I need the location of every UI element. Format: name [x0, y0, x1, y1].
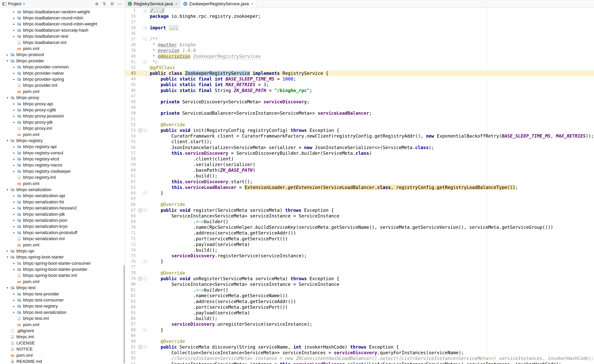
locate-file-icon[interactable]: ⊕	[94, 1, 100, 7]
code-text[interactable]: public void unRegister(ServiceMeta servi…	[150, 276, 339, 282]
line-number[interactable]: 43	[125, 71, 137, 76]
line-number[interactable]: 78	[125, 270, 137, 276]
tree-item[interactable]: ▸bhrpc-provider-spring	[0, 76, 125, 82]
tree-item[interactable]: ▸bhrpc-proxy-api	[0, 101, 125, 107]
tree-item[interactable]: ▸bhrpc-proxy-cglib	[0, 107, 125, 113]
line-number[interactable]: 69	[125, 219, 137, 225]
code-line[interactable]: 1+/.../	[125, 8, 594, 13]
tree-item[interactable]: mpom.xml	[0, 279, 125, 285]
line-number[interactable]: 70	[125, 225, 137, 230]
tree-item[interactable]: ▸bhrpc-serialization-hessian2	[0, 205, 125, 211]
tree-item[interactable]: ▸bhrpc-serialization-protostuff	[0, 230, 125, 236]
chevron-collapsed-icon[interactable]: ▸	[11, 22, 17, 26]
code-line[interactable]: 41− */	[125, 59, 594, 65]
code-text[interactable]: /.../	[150, 8, 165, 13]
fold-collapse-icon[interactable]: −	[143, 345, 147, 349]
code-text[interactable]: public ServiceMeta discovery(String serv…	[150, 344, 399, 350]
code-line[interactable]: 17	[125, 19, 594, 25]
code-line[interactable]: 40 * @description ZookeeperRegistryServi…	[125, 53, 594, 59]
code-line[interactable]: 61 .build();	[125, 173, 594, 179]
line-number[interactable]: 88	[125, 327, 137, 333]
override-method-icon[interactable]: ↑	[138, 277, 142, 281]
tree-item[interactable]: bhrpc.iml	[0, 334, 125, 340]
code-text[interactable]: .build();	[150, 173, 217, 179]
code-text[interactable]: }	[150, 190, 163, 196]
tab-close-icon[interactable]: ×	[175, 1, 177, 6]
chevron-collapsed-icon[interactable]: ▸	[11, 267, 17, 271]
code-line[interactable]: 75 serviceDiscovery.registerService(serv…	[125, 253, 594, 259]
code-text[interactable]: this.serviceDiscovery.start();	[150, 179, 253, 185]
chevron-collapsed-icon[interactable]: ▸	[11, 65, 17, 69]
chevron-collapsed-icon[interactable]: ▸	[5, 53, 10, 57]
code-line[interactable]: 64− }	[125, 190, 594, 196]
code-line[interactable]: 73 .payload(serviceMeta)	[125, 242, 594, 247]
line-number[interactable]: 81	[125, 287, 137, 293]
tree-item[interactable]: ▸bhrpc-protocol	[0, 52, 125, 58]
code-line[interactable]: 76− }	[125, 259, 594, 264]
line-number[interactable]: 71	[125, 230, 137, 236]
tree-item[interactable]: ▸bhrpc-test-provider	[0, 291, 125, 297]
line-number[interactable]: 59	[125, 162, 137, 167]
line-number[interactable]: 85	[125, 310, 137, 316]
chevron-collapsed-icon[interactable]: ▸	[11, 114, 17, 118]
chevron-collapsed-icon[interactable]: ▸	[11, 151, 17, 155]
tree-item[interactable]: ▸bhrpc-serialization-api	[0, 193, 125, 199]
chevron-collapsed-icon[interactable]: ▸	[11, 298, 17, 302]
tree-item[interactable]: ▸bhrpc-serialization-kryo	[0, 224, 125, 230]
code-line[interactable]: 94 ServiceInstance<ServiceMeta> instance…	[125, 361, 594, 364]
line-number[interactable]: 80	[125, 282, 137, 287]
override-method-icon[interactable]: ↑	[138, 128, 142, 132]
code-text[interactable]: this.serviceDiscovery = ServiceDiscovery…	[150, 151, 372, 156]
line-number[interactable]: 50	[125, 110, 137, 116]
code-text[interactable]: @Override	[150, 122, 185, 128]
code-editor[interactable]: 1+/.../16package io.binghe.rpc.registry.…	[125, 8, 594, 364]
code-line[interactable]: 42@PIClass	[125, 65, 594, 71]
code-line[interactable]: 86 .build();	[125, 316, 594, 321]
code-line[interactable]: 70 .name(RpcServiceHelper.buildServiceKe…	[125, 225, 594, 230]
code-text[interactable]: .<~>builder()	[150, 287, 228, 293]
code-text[interactable]: ServiceInstance<ServiceMeta> instance = …	[150, 361, 561, 364]
code-line[interactable]: 52 @Override	[125, 122, 594, 128]
chevron-collapsed-icon[interactable]: ▸	[5, 249, 10, 253]
collapse-all-icon[interactable]: ⇅	[101, 1, 107, 7]
code-text[interactable]: @Override	[150, 202, 185, 207]
line-number[interactable]: 63	[125, 185, 137, 190]
code-line[interactable]: 37−/**	[125, 36, 594, 42]
line-number[interactable]: 92	[125, 350, 137, 356]
code-line[interactable]: 67↑− public void register(ServiceMeta se…	[125, 207, 594, 213]
line-number[interactable]: 91	[125, 344, 137, 350]
chevron-collapsed-icon[interactable]: ▸	[11, 231, 17, 235]
tree-item[interactable]: mpom.xml	[0, 88, 125, 95]
code-text[interactable]: .payload(serviceMeta)	[150, 242, 250, 247]
code-line[interactable]: 84 .port(serviceMeta.getServicePort())	[125, 304, 594, 310]
chevron-collapsed-icon[interactable]: ▸	[11, 218, 17, 222]
line-number[interactable]: 61	[125, 173, 137, 179]
code-line[interactable]: 74 .build();	[125, 247, 594, 253]
code-line[interactable]: 92 Collection<ServiceInstance<ServiceMet…	[125, 350, 594, 356]
line-number[interactable]: 67	[125, 207, 137, 213]
code-line[interactable]: 78 @Override	[125, 270, 594, 276]
code-text[interactable]: .basePath(ZK_BASE_PATH)	[150, 167, 255, 173]
tree-item[interactable]: bhrpc-test.iml	[0, 316, 125, 322]
code-line[interactable]: 56 JsonInstanceSerializer<ServiceMeta> s…	[125, 145, 594, 151]
tree-item[interactable]: ▾bhrpc-proxy	[0, 95, 125, 101]
tree-item[interactable]: ▸bhrpc-serialization-fst	[0, 199, 125, 205]
chevron-expanded-icon[interactable]: ▾	[5, 139, 10, 143]
code-text[interactable]: @Override	[150, 339, 185, 344]
code-line[interactable]: 77	[125, 264, 594, 270]
tree-item[interactable]: LICENSE	[0, 340, 125, 346]
fold-collapse-icon[interactable]: −	[143, 129, 147, 132]
line-number[interactable]: 53	[125, 128, 137, 133]
override-method-icon[interactable]: ↑	[138, 208, 142, 212]
tree-item[interactable]: ▸bhrpc-registry-zookeeper	[0, 168, 125, 174]
code-line[interactable]: 89	[125, 333, 594, 339]
intention-bulb-icon[interactable]	[153, 66, 156, 70]
tree-item[interactable]: ▸bhrpc-loadbalancer-round-robin-weight	[0, 21, 125, 27]
chevron-collapsed-icon[interactable]: ▸	[11, 206, 17, 210]
chevron-expanded-icon[interactable]: ▾	[5, 188, 10, 192]
line-number[interactable]: 51	[125, 116, 137, 122]
fold-collapse-icon[interactable]: −	[143, 277, 147, 280]
tree-item[interactable]: mpom.xml	[0, 132, 125, 138]
code-text[interactable]: client.start();	[150, 139, 212, 145]
tree-item[interactable]: ▸bhrpc-test-serialization	[0, 309, 125, 315]
